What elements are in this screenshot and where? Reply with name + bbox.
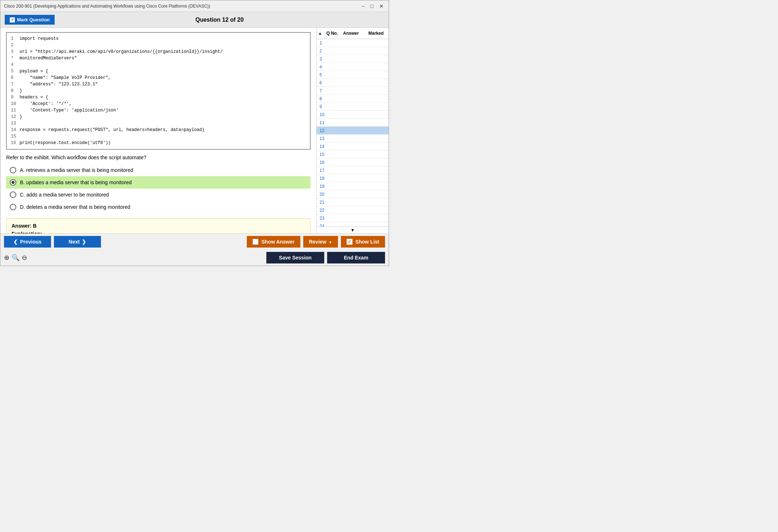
zoom-reset-button[interactable]: 🔍 [12,254,20,262]
sidebar-row[interactable]: 6 [317,79,389,87]
answer-option-a[interactable]: A. retrieves a media server that is bein… [6,164,310,176]
sidebar-question-number: 11 [317,120,335,125]
next-button[interactable]: Next [54,236,101,248]
radio-b [10,179,16,186]
window-controls: − □ ✕ [360,3,385,9]
sidebar-row[interactable]: 10 [317,111,389,119]
mark-question-button[interactable]: Mark Question [5,15,55,25]
sidebar-row[interactable]: 7 [317,87,389,95]
show-answer-button[interactable]: Show Answer [247,236,300,248]
show-list-checkbox-icon [347,239,352,245]
sidebar-question-number: 23 [317,216,335,221]
sidebar-question-number: 13 [317,136,335,141]
sidebar-question-number: 1 [317,41,335,46]
sidebar-question-list[interactable]: 1234567891011121314151617181920212223242… [317,39,389,227]
toolbar: Mark Question Question 12 of 20 [0,12,389,28]
sidebar-row[interactable]: 22 [317,206,389,214]
answer-option-b[interactable]: B. updates a media server that is being … [6,176,310,189]
sidebar-scroll-up[interactable]: ▲ [317,30,324,37]
answer-option-d[interactable]: D. deletes a media server that is being … [6,201,310,213]
code-line: 5payload = { [11,68,306,75]
sidebar-row[interactable]: 14 [317,143,389,151]
sidebar-question-number: 20 [317,192,335,197]
sidebar-row[interactable]: 12 [317,127,389,135]
show-answer-checkbox-icon [253,239,258,245]
mark-question-label: Mark Question [17,17,50,22]
sidebar-question-number: 14 [317,144,335,149]
chevron-right-icon [82,239,86,245]
title-bar: Cisco 200-901 (Developing Applications a… [0,0,389,12]
radio-a [10,167,16,173]
sidebar-question-number: 9 [317,104,335,109]
question-list-sidebar: ▲ Q No. Answer Marked 123456789101112131… [316,28,389,233]
code-line: *monitoredMediaServers" [11,55,306,62]
sidebar-row[interactable]: 15 [317,151,389,159]
end-exam-label: End Exam [344,255,368,261]
sidebar-question-number: 4 [317,64,335,69]
question-area: 1import requests23url = "https://api.mer… [0,28,316,233]
sidebar-question-number: 18 [317,176,335,181]
sidebar-row[interactable]: 23 [317,214,389,222]
radio-c [10,191,16,198]
show-list-label: Show List [355,239,379,245]
code-line: 1import requests [11,35,306,42]
save-session-button[interactable]: Save Session [266,252,324,263]
minimize-button[interactable]: − [360,3,366,9]
bottom-bar: Previous Next Show Answer Review Show Li… [0,233,389,266]
radio-d [10,204,16,210]
sidebar-question-number: 24 [317,224,335,227]
show-list-button[interactable]: Show List [341,236,385,248]
sidebar-row[interactable]: 8 [317,95,389,103]
previous-button[interactable]: Previous [4,236,51,248]
review-button[interactable]: Review [303,236,338,248]
question-text: Refer to the exhibit. Which workflow doe… [6,155,310,160]
code-line: 15 [11,133,306,140]
sidebar-row[interactable]: 16 [317,159,389,166]
code-line: 13 [11,120,306,127]
sidebar-row[interactable]: 9 [317,103,389,111]
end-exam-button[interactable]: End Exam [327,252,385,263]
sidebar-question-number: 8 [317,96,335,101]
code-line: 7 "address": "123.123.123.1" [11,81,306,88]
sidebar-scroll-down-btn[interactable]: ▼ [317,227,389,233]
sidebar-row[interactable]: 24 [317,222,389,227]
code-line: 12} [11,114,306,120]
sidebar-row[interactable]: 11 [317,119,389,127]
answer-option-c[interactable]: C. adds a media server to be monitored [6,189,310,201]
sidebar-row[interactable]: 21 [317,198,389,206]
bottom-nav-row1: Previous Next Show Answer Review Show Li… [0,234,389,250]
bottom-nav-row2: ⊕ 🔍 ⊖ Save Session End Exam [0,250,389,266]
col-header-qno: Q No. [324,30,342,37]
sidebar-row[interactable]: 1 [317,39,389,47]
sidebar-row[interactable]: 17 [317,166,389,174]
col-header-answer: Answer [342,30,367,37]
zoom-controls: ⊕ 🔍 ⊖ [4,254,27,262]
sidebar-row[interactable]: 13 [317,135,389,143]
sidebar-row[interactable]: 2 [317,47,389,55]
sidebar-row[interactable]: 4 [317,63,389,71]
answer-explanation-box: Answer: B Explanation: [6,218,310,233]
main-content: 1import requests23url = "https://api.mer… [0,28,389,233]
sidebar-question-number: 17 [317,168,335,173]
sidebar-question-number: 21 [317,200,335,205]
close-button[interactable]: ✕ [378,3,385,9]
sidebar-question-number: 3 [317,56,335,62]
sidebar-row[interactable]: 20 [317,190,389,198]
code-line: 14response = requests.request("POST", ur… [11,127,306,133]
answer-label: Answer: B [12,223,305,229]
zoom-in-button[interactable]: ⊕ [4,254,9,262]
window-title: Cisco 200-901 (Developing Applications a… [4,4,210,9]
sidebar-question-number: 10 [317,112,335,117]
main-window: Cisco 200-901 (Developing Applications a… [0,0,389,266]
sidebar-row[interactable]: 3 [317,55,389,63]
next-label: Next [69,239,80,245]
sidebar-row[interactable]: 5 [317,71,389,79]
sidebar-question-number: 6 [317,80,335,85]
code-line: 3url = "https://api.meraki.com/api/v0/or… [11,48,306,55]
sidebar-row[interactable]: 18 [317,174,389,182]
maximize-button[interactable]: □ [369,3,375,9]
code-line: 8} [11,88,306,94]
answer-text-c: C. adds a media server to be monitored [20,192,109,198]
zoom-out-button[interactable]: ⊖ [22,254,27,262]
sidebar-row[interactable]: 19 [317,182,389,190]
